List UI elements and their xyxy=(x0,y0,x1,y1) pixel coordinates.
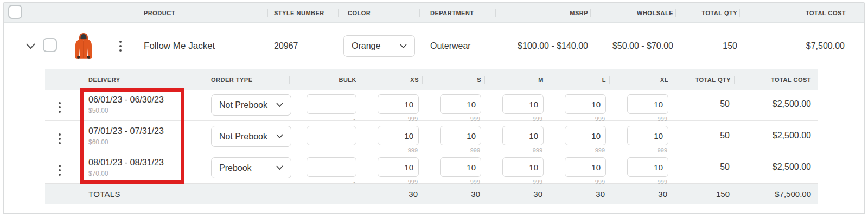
delivery-row-total-cost: $2,500.00 xyxy=(736,126,818,154)
column-header-size-xl: XL xyxy=(611,76,674,83)
delivery-price: $50.00 xyxy=(88,107,205,114)
column-header-delivery: DELIVERY xyxy=(74,76,205,83)
bulk-hint: - xyxy=(353,178,356,185)
bulk-hint: - xyxy=(353,116,356,122)
chevron-down-icon xyxy=(26,43,35,49)
color-select-value: Orange xyxy=(352,41,380,51)
size-m-qty-input[interactable] xyxy=(502,126,544,145)
sub-table-header: DELIVERY ORDER TYPE BULK XS S M L XL TOT… xyxy=(45,69,818,90)
delivery-row: 07/01/23 - 07/31/23 $60.00 Not Prebook -… xyxy=(45,120,818,152)
size-s-qty-input[interactable] xyxy=(440,126,481,145)
order-type-value: Not Prebook xyxy=(219,100,267,110)
chevron-down-icon xyxy=(276,103,283,107)
column-header-department: DEPARTMENT xyxy=(422,10,497,16)
order-type-select[interactable]: Not Prebook xyxy=(211,94,291,116)
size-xl-qty-input[interactable] xyxy=(627,157,668,177)
totals-size-s: 30 xyxy=(424,189,487,199)
bulk-qty-input[interactable] xyxy=(307,126,356,145)
size-xs-qty-input[interactable] xyxy=(378,94,419,114)
chevron-down-icon xyxy=(400,44,407,49)
column-header-bulk: BULK xyxy=(291,76,362,83)
product-menu-kebab-icon[interactable] xyxy=(117,39,124,54)
column-header-total-cost: TOTAL COST xyxy=(742,10,864,16)
size-max-hint: 999 xyxy=(470,116,481,122)
delivery-row-total-qty: 50 xyxy=(674,94,736,122)
product-department: Outerwear xyxy=(422,41,497,51)
delivery-row-total-cost: $2,500.00 xyxy=(736,157,818,185)
delivery-row: 06/01/23 - 06/30/23 $50.00 Not Prebook -… xyxy=(45,90,818,120)
size-xs-qty-input[interactable] xyxy=(378,126,419,145)
delivery-row-total-qty: 50 xyxy=(674,126,736,154)
size-max-hint: 999 xyxy=(595,116,606,122)
column-header-size-l: L xyxy=(549,76,611,83)
delivery-price: $60.00 xyxy=(88,138,205,146)
column-header-total-qty: TOTAL QTY xyxy=(678,10,742,16)
delivery-date-range: 06/01/23 - 06/30/23 xyxy=(88,94,205,105)
product-msrp: $100.00 - $140.00 xyxy=(497,41,592,51)
delivery-row-menu-kebab-icon[interactable] xyxy=(56,100,63,115)
column-header-size-m: M xyxy=(487,76,549,83)
size-max-hint: 999 xyxy=(408,116,419,122)
size-xl-qty-input[interactable] xyxy=(627,126,668,145)
column-header-size-xs: XS xyxy=(362,76,424,83)
size-m-qty-input[interactable] xyxy=(502,94,544,114)
size-max-hint: 999 xyxy=(470,147,481,154)
delivery-row: 08/01/23 - 08/31/23 $70.00 Prebook - 999… xyxy=(45,152,818,183)
main-table-header: PRODUCT STYLE NUMBER COLOR DEPARTMENT MS… xyxy=(4,3,864,23)
totals-size-xs: 30 xyxy=(362,189,424,199)
totals-size-l: 30 xyxy=(549,189,611,199)
column-header-order-type: ORDER TYPE xyxy=(205,76,291,83)
size-max-hint: 999 xyxy=(470,178,481,185)
totals-row: TOTALS 30 30 30 30 30 150 $7,500.00 xyxy=(45,183,818,204)
size-xs-qty-input[interactable] xyxy=(378,157,419,177)
order-grid-frame: PRODUCT STYLE NUMBER COLOR DEPARTMENT MS… xyxy=(3,2,865,214)
color-select[interactable]: Orange xyxy=(343,35,415,57)
size-max-hint: 999 xyxy=(658,147,668,154)
size-xl-qty-input[interactable] xyxy=(627,94,668,114)
size-s-qty-input[interactable] xyxy=(440,157,481,177)
delivery-sub-table: DELIVERY ORDER TYPE BULK XS S M L XL TOT… xyxy=(45,69,818,204)
size-max-hint: 999 xyxy=(533,178,544,185)
totals-total-cost: $7,500.00 xyxy=(736,189,818,199)
bulk-qty-input[interactable] xyxy=(307,94,356,114)
size-l-qty-input[interactable] xyxy=(565,126,606,145)
order-type-value: Not Prebook xyxy=(219,132,267,142)
column-header-color: COLOR xyxy=(340,10,422,16)
order-type-select[interactable]: Not Prebook xyxy=(211,126,291,147)
order-type-value: Prebook xyxy=(219,163,252,173)
size-max-hint: 999 xyxy=(408,147,419,154)
size-max-hint: 999 xyxy=(595,178,606,185)
totals-label: TOTALS xyxy=(74,189,205,199)
product-checkbox[interactable] xyxy=(43,38,57,52)
totals-size-m: 30 xyxy=(487,189,549,199)
bulk-hint: - xyxy=(353,147,356,154)
delivery-price: $70.00 xyxy=(88,170,205,177)
select-all-checkbox[interactable] xyxy=(8,5,22,19)
product-wholesale: $50.00 - $70.00 xyxy=(592,41,678,51)
column-header-sub-total-cost: TOTAL COST xyxy=(736,76,818,83)
size-max-hint: 999 xyxy=(533,116,544,122)
totals-total-qty: 150 xyxy=(674,189,736,199)
size-l-qty-input[interactable] xyxy=(565,157,606,177)
column-header-wholesale: WHOLSALE xyxy=(592,10,678,16)
column-header-msrp: MSRP xyxy=(497,10,592,16)
order-type-select[interactable]: Prebook xyxy=(211,157,291,178)
totals-size-xl: 30 xyxy=(611,189,674,199)
bulk-qty-input[interactable] xyxy=(307,157,356,177)
size-l-qty-input[interactable] xyxy=(565,94,606,114)
product-name: Follow Me Jacket xyxy=(139,41,270,52)
size-m-qty-input[interactable] xyxy=(502,157,544,177)
product-total-cost: $7,500.00 xyxy=(742,41,864,51)
chevron-down-icon xyxy=(276,165,283,170)
size-max-hint: 999 xyxy=(658,178,668,185)
delivery-row-menu-kebab-icon[interactable] xyxy=(56,131,63,146)
column-header-sub-total-qty: TOTAL QTY xyxy=(674,76,736,83)
product-row: Follow Me Jacket 20967 Orange Outerwear … xyxy=(4,23,864,69)
size-s-qty-input[interactable] xyxy=(440,94,481,114)
column-header-product: PRODUCT xyxy=(139,10,270,16)
collapse-row-button[interactable] xyxy=(18,43,43,49)
size-max-hint: 999 xyxy=(658,116,668,122)
delivery-row-total-cost: $2,500.00 xyxy=(736,94,818,122)
product-style-number: 20967 xyxy=(270,41,340,51)
delivery-row-menu-kebab-icon[interactable] xyxy=(56,163,63,178)
